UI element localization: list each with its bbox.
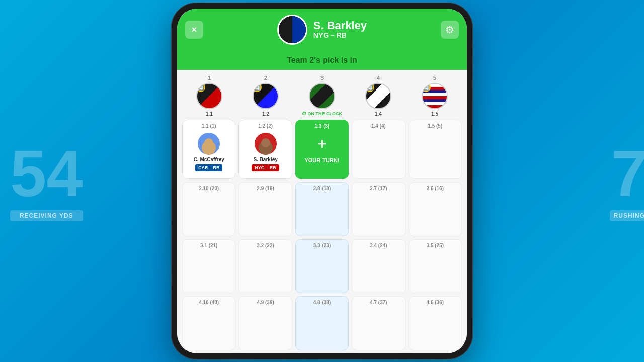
pick-cell-1-5: 1.5 (5) — [409, 120, 462, 179]
team-slot-1: 1 🔄 1.1 — [182, 75, 236, 117]
refresh-badge-1: 🔄 — [196, 83, 205, 92]
team-slot-4: 4 🔄 1.4 — [351, 75, 406, 117]
bg-right-label: RUSHING — [610, 210, 644, 221]
plus-icon: + — [317, 135, 327, 153]
pick-cell-1-1[interactable]: 1.1 (1) C. McCaffrey CAR – RB — [182, 120, 235, 179]
pick-cell-3-2: 3.2 (22) — [238, 239, 292, 294]
team-icon-4: 🔄 — [365, 83, 391, 109]
mccaffrey-badge: CAR – RB — [195, 164, 223, 171]
svg-point-2 — [287, 24, 298, 35]
pick-cell-3-4: 3.4 (24) — [352, 239, 405, 294]
player-name: S. Barkley — [313, 20, 367, 31]
team-icons-row: 1 🔄 1.1 2 🔄 1.2 3 — [177, 70, 467, 117]
pick-cell-2-7: 2.7 (17) — [352, 182, 405, 236]
pick-cell-3-3: 3.3 (23) — [295, 239, 349, 294]
gear-button[interactable]: ⚙ — [441, 21, 459, 39]
team-icon-5: 🔄 — [422, 83, 448, 109]
pick-cell-4-9: 4.9 (39) — [238, 296, 292, 350]
team-icon-3 — [309, 83, 335, 109]
svg-point-1 — [285, 25, 299, 40]
team-icon-2: 🔄 — [253, 83, 279, 109]
pick-cell-2-9: 2.9 (19) — [238, 182, 292, 236]
pick-cell-1-4: 1.4 (4) — [352, 120, 405, 179]
phone-frame: × S. Barkley NYG – RB ⚙ — [171, 3, 473, 359]
refresh-badge-2: 🔄 — [253, 83, 262, 92]
phone-screen: × S. Barkley NYG – RB ⚙ — [177, 9, 467, 353]
pick-cell-4-8: 4.8 (38) — [295, 296, 349, 350]
bg-left-stats: 54 RECEIVING YDS — [10, 141, 83, 221]
close-button[interactable]: × — [185, 21, 203, 39]
pick-cell-4-10: 4.10 (40) — [182, 296, 235, 350]
player-avatar — [277, 15, 307, 45]
pick-cell-3-5: 3.5 (25) — [409, 239, 462, 294]
bg-right-stats: 7 RUSHING — [610, 141, 644, 221]
pick-cell-4-7: 4.7 (37) — [352, 296, 405, 350]
player-team: NYG – RB — [313, 31, 367, 39]
bg-left-number: 54 — [10, 141, 83, 206]
svg-point-0 — [279, 16, 306, 43]
pick-cell-1-3-your-turn[interactable]: 1.3 (3) + YOUR TURN! — [295, 120, 349, 179]
player-info-block: S. Barkley NYG – RB — [277, 15, 367, 45]
picks-grid: 1.1 (1) C. McCaffrey CAR – RB 1.2 (2) — [177, 117, 467, 353]
team-slot-2: 2 🔄 1.2 — [238, 75, 293, 117]
barkley-avatar — [255, 133, 277, 155]
refresh-badge-5: 🔄 — [422, 83, 431, 92]
avatar-svg — [279, 15, 306, 45]
pick-cell-2-8: 2.8 (18) — [295, 182, 349, 236]
mccaffrey-avatar — [198, 133, 220, 155]
team-slot-3: 3 ⏱ ON THE CLOCK — [295, 75, 349, 117]
pick-cell-1-2[interactable]: 1.2 (2) S. Barkley NYG – RB — [238, 120, 292, 179]
svg-point-8 — [261, 138, 270, 147]
pick-cell-3-1: 3.1 (21) — [182, 239, 235, 294]
draft-board: 1 🔄 1.1 2 🔄 1.2 3 — [177, 70, 467, 353]
bg-right-number: 7 — [610, 141, 644, 206]
refresh-badge-4: 🔄 — [365, 83, 374, 92]
player-details: S. Barkley NYG – RB — [313, 20, 367, 39]
pick-cell-2-10: 2.10 (20) — [182, 182, 235, 236]
on-clock-label: ⏱ ON THE CLOCK — [302, 111, 342, 116]
pick-cell-2-6: 2.6 (16) — [409, 182, 462, 236]
team-icon-1: 🔄 — [196, 83, 222, 109]
team-slot-5: 5 🔄 1.5 — [408, 75, 462, 117]
header: × S. Barkley NYG – RB ⚙ — [177, 9, 467, 51]
barkley-badge: NYG – RB — [252, 164, 279, 171]
bg-left-label: RECEIVING YDS — [10, 210, 83, 221]
your-turn-text: YOUR TURN! — [304, 157, 339, 163]
pick-cell-4-6: 4.6 (36) — [409, 296, 462, 350]
pick-banner: Team 2's pick is in — [177, 51, 467, 70]
svg-point-5 — [204, 138, 213, 147]
